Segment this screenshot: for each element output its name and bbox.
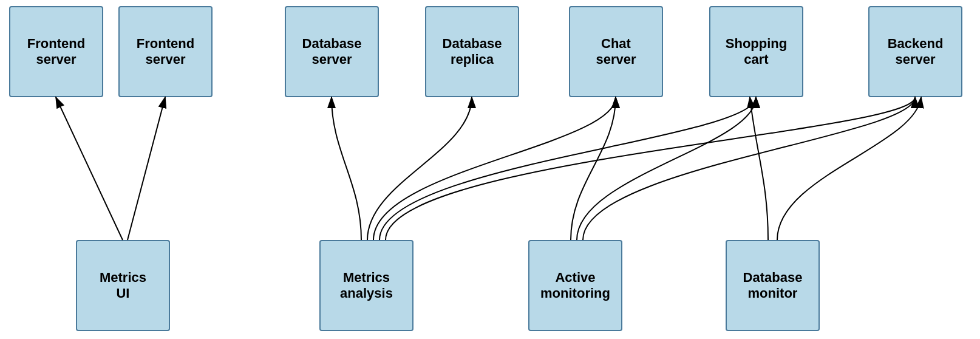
node-chat-server: Chatserver [569,6,663,97]
svg-line-2 [128,97,165,240]
node-database-monitor: Databasemonitor [726,240,820,331]
node-metrics-ui: MetricsUI [76,240,170,331]
diagram-container: Frontendserver Frontendserver Databasese… [0,0,980,339]
node-active-monitoring: Activemonitoring [528,240,622,331]
node-shopping-cart: Shoppingcart [709,6,803,97]
node-database-server: Databaseserver [285,6,379,97]
node-metrics-analysis: Metricsanalysis [319,240,413,331]
node-frontend1: Frontendserver [9,6,103,97]
node-database-replica: Databasereplica [425,6,519,97]
node-backend-server: Backendserver [868,6,962,97]
node-frontend2: Frontendserver [118,6,213,97]
svg-line-1 [56,97,123,240]
